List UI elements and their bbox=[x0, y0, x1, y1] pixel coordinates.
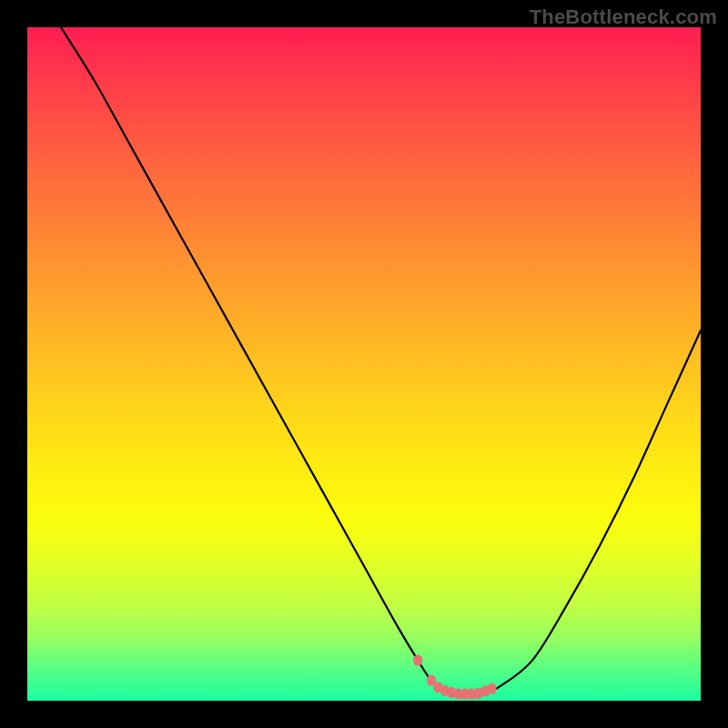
curve-layer bbox=[27, 27, 701, 701]
bottleneck-curve bbox=[61, 27, 701, 694]
plot-area bbox=[27, 27, 701, 701]
chart-frame: TheBottleneck.com bbox=[0, 0, 728, 728]
watermark-label: TheBottleneck.com bbox=[530, 5, 717, 29]
highlight-markers bbox=[413, 655, 496, 700]
curve-path bbox=[61, 27, 701, 694]
marker-dot bbox=[413, 655, 422, 666]
marker-dot bbox=[488, 683, 497, 694]
